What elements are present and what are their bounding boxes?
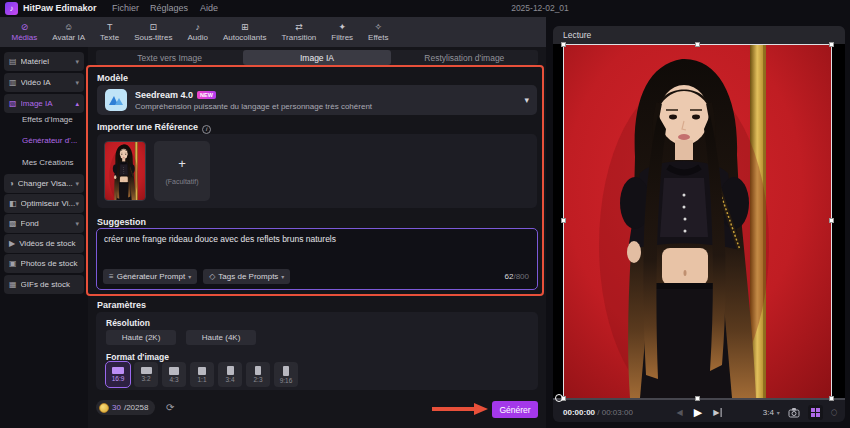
previous-frame-icon[interactable]: ◀ [677,408,683,417]
stickers-icon: ⊞ [241,22,249,33]
main-panel: Texte vers Image Image IA Restylisation … [88,47,546,428]
tab-restylisation[interactable]: Restylisation d'image [391,50,538,65]
sidebar-item-image-ia[interactable]: ▧ Image IA ▴ [4,94,84,113]
project-date-label: 2025-12-02_01 [498,3,582,13]
sidebar-item-changer-visage[interactable]: ◑ Changer Visa... ▾ [4,174,84,193]
format-3-4-button[interactable]: 3:4 [218,362,242,387]
snapshot-camera-icon[interactable] [788,407,800,418]
plus-icon: + [178,157,186,171]
sidebar-item-materiel[interactable]: ▤ Matériel ▾ [4,52,84,71]
format-1-1-button[interactable]: 1:1 [190,362,214,387]
toolbar-tab-filtres[interactable]: ✦ Filtres [324,17,361,47]
app-title: HitPaw Edimakor [23,3,97,13]
format-2-3-button[interactable]: 2:3 [246,362,270,387]
toolbar-tab-autocollants[interactable]: ⊞ Autocollants [215,17,274,47]
char-counter: 62/800 [505,272,529,281]
gif-icon: ▦ [9,280,17,289]
playhead[interactable] [555,394,563,402]
chevron-down-icon[interactable]: ▾ [524,95,529,105]
avatar-icon: ☺ [64,22,73,33]
format-16-9-button[interactable]: 16:9 [106,362,130,387]
chevron-down-icon: ▾ [75,180,79,188]
toolbar-tab-medias[interactable]: ⊘ Médias [4,17,45,47]
aspect-shape [283,366,289,376]
selection-handle[interactable] [829,396,834,401]
chevron-down-icon: ▾ [75,220,79,228]
toolbar-tab-transition[interactable]: ⇄ Transition [274,17,324,47]
grid-view-icon[interactable] [808,405,823,420]
resolution-4k-button[interactable]: Haute (4K) [186,330,256,345]
selection-handle[interactable] [829,42,834,47]
refresh-icon[interactable]: ⟳ [166,400,174,415]
credits-badge: 30/20258 [96,400,155,415]
music-note-icon: ♪ [195,22,200,33]
selection-handle[interactable] [561,218,566,223]
sidebar-item-mes-creations[interactable]: Mes Créations [22,156,86,170]
seedream-logo-icon [105,89,127,111]
reference-thumbnail[interactable] [104,141,146,201]
effects-icon: ✧ [374,22,382,33]
generate-button[interactable]: Générer [492,401,538,418]
reference-section-label: Importer une Référencei [97,122,211,134]
selection-handle[interactable] [561,42,566,47]
folder-icon: ▤ [9,57,17,66]
tab-texte-vers-image[interactable]: Texte vers Image [96,50,243,65]
model-selector[interactable]: Seedream 4.0 NEW Compréhension puissante… [97,85,537,115]
app-logo-icon: ♪ [5,2,18,15]
aspect-shape [169,367,179,375]
sidebar-item-gifs-stock[interactable]: ▦ GIFs de stock [4,275,84,294]
aspect-shape [255,366,261,375]
reference-card: + (Facultatif) [97,134,537,208]
info-icon[interactable]: i [202,125,211,134]
menu-fichier[interactable]: Fichier [112,3,139,13]
sidebar-item-effets-dimage[interactable]: Effets d'Image [22,113,86,127]
menu-reglages[interactable]: Réglages [150,3,188,13]
toolbar-tab-effets[interactable]: ✧ Effets [361,17,396,47]
fullscreen-icon[interactable]: ◌ [831,406,838,418]
sidebar-item-photos-stock[interactable]: ▣ Photos de stock [4,254,84,273]
toolbar-tab-sous-titres[interactable]: ⊡ Sous-titres [127,17,180,47]
selection-handle[interactable] [695,396,700,401]
main-tabbar: Texte vers Image Image IA Restylisation … [96,50,538,65]
prompt-box: créer une frange rideau douce avec des r… [96,228,538,290]
background-icon: ▩ [9,219,17,228]
prompt-input[interactable]: créer une frange rideau douce avec des r… [104,234,530,245]
selection-handle[interactable] [829,218,834,223]
chevron-down-icon: ▾ [75,79,79,87]
sidebar-item-optimiseur[interactable]: ◧ Optimiseur Vi... ▾ [4,194,84,213]
suggestion-section-label: Suggestion [97,217,146,227]
prompt-generator-button[interactable]: ≡ Générateur Prompt ▾ [103,269,197,284]
subtitles-icon: ⊡ [150,22,158,33]
format-4-3-button[interactable]: 4:3 [162,362,186,387]
time-display: 00:00:00 / 00:03:00 [563,408,633,417]
image-icon: ▧ [9,99,17,108]
aspect-shape [141,367,152,374]
resolution-2k-button[interactable]: Haute (2K) [106,330,176,345]
resolution-label: Résolution [106,318,150,328]
sidebar-item-generateur[interactable]: Générateur d'... [22,134,86,148]
selection-handle[interactable] [695,42,700,47]
toolbar-tab-avatar-ia[interactable]: ☺ Avatar IA [45,17,93,47]
parameters-card: Résolution Haute (2K) Haute (4K) Format … [96,312,538,390]
tab-image-ia[interactable]: Image IA [243,50,390,65]
format-3-2-button[interactable]: 3:2 [134,362,158,387]
add-reference-button[interactable]: + (Facultatif) [154,141,210,201]
play-icon[interactable]: ▶ [694,406,702,419]
playback-controls: 00:00:00 / 00:03:00 ◀ ▶ ▶ 3:4 ▾ [553,402,845,422]
sidebar-item-video-ia[interactable]: ▥ Vidéo IA ▾ [4,73,84,92]
toolbar: ⊘ Médias ☺ Avatar IA T Texte ⊡ Sous-titr… [0,17,546,47]
chevron-down-icon: ▾ [75,200,79,208]
menu-aide[interactable]: Aide [200,3,218,13]
next-frame-icon[interactable]: ▶ [713,408,721,417]
format-9-16-button[interactable]: 9:16 [274,362,298,387]
toolbar-tab-audio[interactable]: ♪ Audio [180,17,215,47]
text-icon: T [107,22,113,33]
chevron-down-icon: ▾ [188,273,191,280]
toolbar-tab-texte[interactable]: T Texte [93,17,127,47]
video-icon: ▥ [9,78,17,87]
sidebar-item-videos-stock[interactable]: ▶ Vidéos de stock [4,234,84,253]
aspect-ratio-select[interactable]: 3:4 ▾ [763,408,780,417]
preview-image[interactable] [564,45,831,398]
prompt-tags-button[interactable]: ◇ Tags de Prompts ▾ [203,269,290,284]
sidebar-item-fond[interactable]: ▩ Fond ▾ [4,214,84,233]
